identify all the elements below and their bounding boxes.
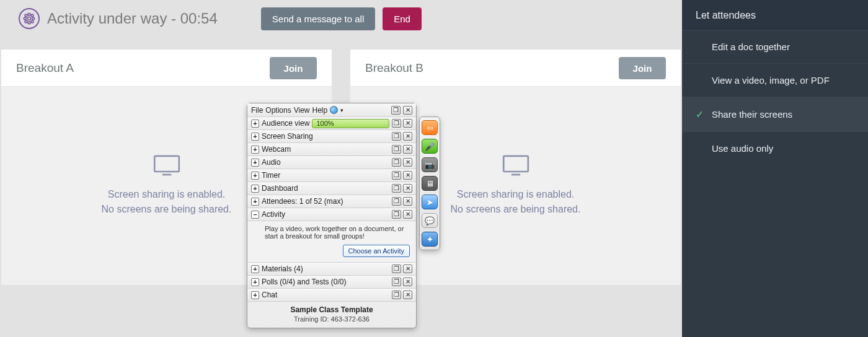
expand-icon[interactable]: + <box>251 159 259 167</box>
breakout-b-name: Breakout B <box>365 61 423 75</box>
undock-icon[interactable]: ❐ <box>392 171 401 180</box>
row-activity: – Activity ❐✕ <box>247 208 416 221</box>
svg-point-6 <box>31 14 33 17</box>
undock-icon[interactable]: ❐ <box>392 291 401 299</box>
training-id: Training ID: 463-372-636 <box>247 315 416 323</box>
menu-options[interactable]: Options <box>265 106 291 115</box>
sidebar-item-label: View a video, image, or PDF <box>712 75 830 85</box>
breakout-a-header: Breakout A Join <box>1 50 332 87</box>
close-icon[interactable]: ✕ <box>403 265 412 273</box>
svg-point-2 <box>28 22 30 24</box>
undock-icon[interactable]: ❐ <box>391 106 401 115</box>
choose-activity-button[interactable]: Choose an Activity <box>343 245 410 257</box>
row-label: Attendees: 1 of 52 (max) <box>262 197 343 206</box>
breakout-b-status1: Screen sharing is enabled. <box>457 187 574 202</box>
sidebar-item-share-screens[interactable]: ✓ Share their screens <box>682 97 868 131</box>
sidebar-item-label: Use audio only <box>712 143 773 154</box>
expand-icon[interactable]: + <box>251 120 259 128</box>
app-logo-icon <box>19 8 40 29</box>
row-label: Materials (4) <box>262 265 303 273</box>
row-webcam: + Webcam ❐✕ <box>247 142 416 155</box>
row-label: Webcam <box>262 145 291 154</box>
svg-point-4 <box>32 17 35 20</box>
expand-icon[interactable]: + <box>251 133 259 141</box>
expand-icon[interactable]: + <box>251 146 259 154</box>
undock-icon[interactable]: ❐ <box>392 132 401 141</box>
undock-icon[interactable]: ❐ <box>392 197 401 206</box>
sidebar-item-edit-doc[interactable]: Edit a doc together <box>682 30 868 63</box>
control-panel[interactable]: File Options View Help ▾ ❐ ✕ + Audience … <box>247 103 417 328</box>
sidebar-item-audio-only[interactable]: Use audio only <box>682 131 868 165</box>
expand-icon[interactable]: + <box>251 172 259 180</box>
dropdown-caret-icon[interactable]: ▾ <box>340 107 343 113</box>
screen-icon[interactable]: 🖥 <box>422 176 438 191</box>
breakout-a-status1: Screen sharing is enabled. <box>108 187 225 202</box>
close-icon[interactable]: ✕ <box>403 210 412 219</box>
sidebar-item-label: Edit a doc together <box>712 42 790 52</box>
expand-icon[interactable]: + <box>251 185 259 193</box>
close-icon[interactable]: ✕ <box>403 184 412 193</box>
pointer-icon[interactable]: ➤ <box>422 195 438 209</box>
close-icon[interactable]: ✕ <box>403 132 412 141</box>
sidebar-item-view-media[interactable]: View a video, image, or PDF <box>682 63 868 97</box>
row-label: Activity <box>262 210 285 219</box>
menu-help[interactable]: Help <box>312 106 328 115</box>
send-message-all-button[interactable]: Send a message to all <box>261 7 375 30</box>
row-label: Timer <box>262 171 280 180</box>
expand-icon[interactable]: + <box>251 198 259 206</box>
close-icon[interactable]: ✕ <box>403 171 412 180</box>
collapse-arrow-icon[interactable]: ⇦ <box>422 120 438 135</box>
close-icon[interactable]: ✕ <box>403 278 412 286</box>
collapse-icon[interactable]: – <box>251 211 259 219</box>
undock-icon[interactable]: ❐ <box>392 158 401 167</box>
chat-bubble-icon[interactable]: 💬 <box>422 213 438 228</box>
wand-icon[interactable]: ✦ <box>422 232 438 247</box>
undock-icon[interactable]: ❐ <box>392 145 401 154</box>
close-icon[interactable]: ✕ <box>403 197 412 206</box>
training-title: Sample Class Template <box>247 305 416 314</box>
expand-icon[interactable]: + <box>251 291 259 299</box>
audience-progress: 100% <box>312 119 389 128</box>
panel-menubar: File Options View Help ▾ ❐ ✕ <box>247 103 416 116</box>
row-chat: + Chat ❐✕ <box>247 288 416 301</box>
svg-rect-10 <box>162 174 170 176</box>
close-icon[interactable]: ✕ <box>403 119 412 128</box>
activity-description: Play a video, work together on a documen… <box>265 225 404 240</box>
undock-icon[interactable]: ❐ <box>392 184 401 193</box>
row-label: Chat <box>262 291 277 299</box>
menu-file[interactable]: File <box>251 106 263 115</box>
breakout-b-status2: No screens are being shared. <box>451 202 581 217</box>
camera-icon[interactable]: 📷 <box>422 157 438 172</box>
svg-point-7 <box>25 20 27 23</box>
menu-view[interactable]: View <box>294 106 310 115</box>
expand-icon[interactable]: + <box>251 265 259 273</box>
row-label: Audio <box>262 158 281 167</box>
close-icon[interactable]: ✕ <box>403 158 412 167</box>
join-breakout-a-button[interactable]: Join <box>270 57 317 79</box>
expand-icon[interactable]: + <box>251 278 259 286</box>
undock-icon[interactable]: ❐ <box>392 119 401 128</box>
monitor-icon <box>502 155 529 177</box>
monitor-icon <box>153 155 180 177</box>
sidebar-title: Let attendees <box>682 0 868 30</box>
sidebar-item-label: Share their screens <box>712 109 792 120</box>
undock-icon[interactable]: ❐ <box>392 278 401 286</box>
close-icon[interactable]: ✕ <box>403 291 412 299</box>
svg-point-0 <box>28 17 31 20</box>
activity-description-body: Play a video, work together on a documen… <box>247 221 416 262</box>
panel-footer: Sample Class Template Training ID: 463-3… <box>247 301 416 328</box>
undock-icon[interactable]: ❐ <box>392 210 401 219</box>
close-icon[interactable]: ✕ <box>403 145 412 154</box>
svg-point-1 <box>28 13 30 15</box>
end-button[interactable]: End <box>383 7 422 30</box>
globe-icon[interactable] <box>330 106 338 114</box>
breakout-a-name: Breakout A <box>16 61 74 75</box>
row-dashboard: + Dashboard ❐✕ <box>247 182 416 195</box>
activity-title: Activity under way - 00:54 <box>47 10 218 27</box>
close-icon[interactable]: ✕ <box>403 106 412 115</box>
join-breakout-b-button[interactable]: Join <box>619 57 666 79</box>
mic-icon[interactable]: 🎤 <box>422 139 438 154</box>
row-timer: + Timer ❐✕ <box>247 168 416 182</box>
undock-icon[interactable]: ❐ <box>392 265 401 273</box>
row-label: Audience view <box>262 119 309 128</box>
